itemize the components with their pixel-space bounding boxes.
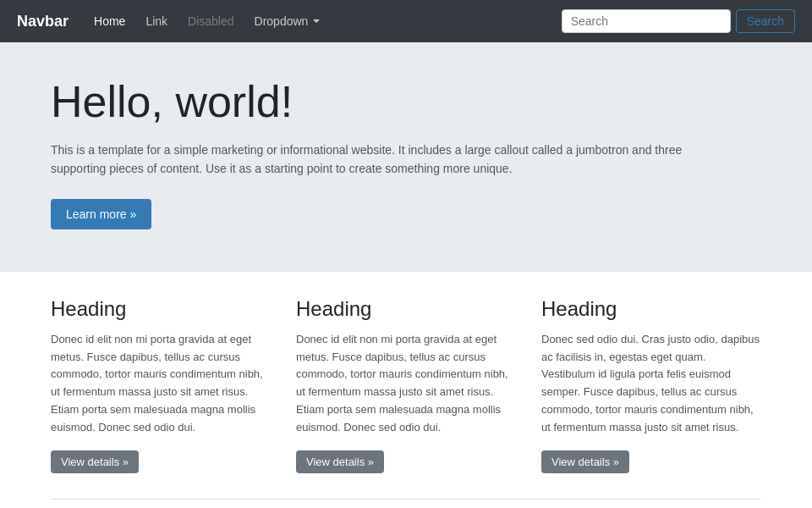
navbar-link-link[interactable]: Link [137,9,176,33]
column-3-body: Donec sed odio dui. Cras justo odio, dap… [541,331,761,437]
footer-divider [51,499,761,500]
navbar-link-home[interactable]: Home [85,9,134,33]
jumbotron-description: This is a template for a simple marketin… [51,141,694,179]
column-3: Heading Donec sed odio dui. Cras justo o… [541,297,761,473]
column-2: Heading Donec id elit non mi porta gravi… [296,297,516,473]
column-3-link[interactable]: View details » [541,450,629,473]
chevron-down-icon [313,19,320,23]
column-3-heading: Heading [541,297,761,321]
navbar-dropdown[interactable]: Dropdown [246,9,329,33]
jumbotron-heading: Hello, world! [51,76,761,127]
search-button[interactable]: Search [736,9,795,33]
column-1: Heading Donec id elit non mi porta gravi… [51,297,271,473]
navbar-nav: Home Link Disabled Dropdown [85,9,562,33]
columns-container: Heading Donec id elit non mi porta gravi… [51,297,761,473]
navbar-search-form: Search [562,9,795,33]
jumbotron: Hello, world! This is a template for a s… [0,42,812,272]
column-2-heading: Heading [296,297,516,321]
navbar: Navbar Home Link Disabled Dropdown Searc… [0,0,812,42]
navbar-dropdown-toggle[interactable]: Dropdown [246,9,329,33]
column-1-link[interactable]: View details » [51,450,139,473]
learn-more-button[interactable]: Learn more » [51,199,151,229]
navbar-link-disabled: Disabled [179,9,242,33]
column-1-body: Donec id elit non mi porta gravida at eg… [51,331,271,437]
navbar-brand[interactable]: Navbar [17,13,69,30]
column-1-heading: Heading [51,297,271,321]
main-content: Heading Donec id elit non mi porta gravi… [0,272,812,508]
column-2-body: Donec id elit non mi porta gravida at eg… [296,331,516,437]
search-input[interactable] [562,9,731,33]
column-2-link[interactable]: View details » [296,450,384,473]
